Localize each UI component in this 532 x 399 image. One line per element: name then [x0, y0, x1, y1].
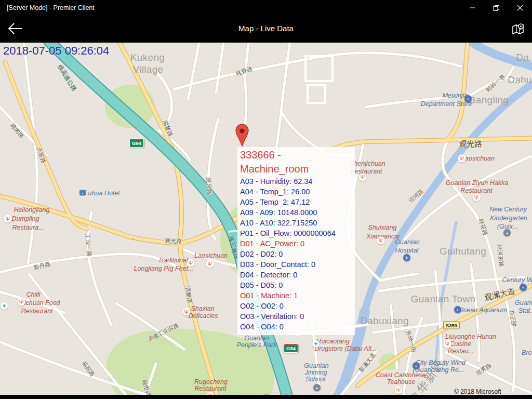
pushpin-icon — [234, 124, 250, 148]
close-icon — [517, 5, 523, 11]
popup-line: A10 - A10: 322.715250 — [240, 218, 351, 228]
popup-line: A03 - Humidity: 62.34 — [240, 176, 351, 187]
window-controls — [460, 0, 532, 16]
building-outlines — [305, 56, 332, 103]
popup-line: A05 - Temp_2: 47.12 — [240, 197, 351, 207]
minimize-button[interactable] — [460, 0, 484, 16]
map-pin-icon — [511, 22, 525, 36]
popup-line: O04 - O04: 0 — [240, 322, 351, 332]
minimize-icon — [469, 5, 475, 11]
popup-line: D04 - Detector: 0 — [240, 270, 351, 280]
river-layer — [337, 43, 532, 396]
title-bar: [Server Mode] - Premier Client — [0, 0, 532, 16]
map-layers-button[interactable] — [509, 21, 527, 37]
popup-line: A09 - A09: 10148.0000 — [240, 207, 351, 218]
app-bar: Map - Live Data — [0, 16, 532, 43]
popup-line: A04 - Temp_1: 26.00 — [240, 187, 351, 197]
popup-line: D03 - Door_Contact: 0 — [240, 259, 351, 270]
info-popup: 333666 - Machine_room A03 - Humidity: 62… — [237, 147, 355, 335]
window-title: [Server Mode] - Premier Client — [7, 4, 95, 11]
bottom-bar — [0, 395, 532, 399]
page-title: Map - Live Data — [0, 24, 532, 33]
restore-button[interactable] — [484, 0, 508, 16]
popup-line: D01 - AC_Power: 0 — [240, 238, 351, 249]
popup-line: P01 - Oil_Flow: 0000000064 — [240, 228, 351, 238]
restore-icon — [493, 5, 500, 11]
popup-line: O02 - O02: 0 — [240, 301, 351, 311]
map-pin[interactable] — [234, 124, 250, 150]
popup-title: 333666 - Machine_room — [240, 148, 351, 176]
popup-lines: A03 - Humidity: 62.34A04 - Temp_1: 26.00… — [240, 176, 351, 332]
live-timestamp: 2018-07-05 09:26:04 — [3, 44, 109, 58]
popup-line: D05 - D05: 0 — [240, 280, 351, 290]
close-button[interactable] — [508, 0, 532, 16]
popup-line: O03 - Ventilation: 0 — [240, 311, 351, 322]
popup-line: O01 - Machine: 1 — [240, 290, 351, 301]
popup-line: D02 - D02: 0 — [240, 249, 351, 259]
